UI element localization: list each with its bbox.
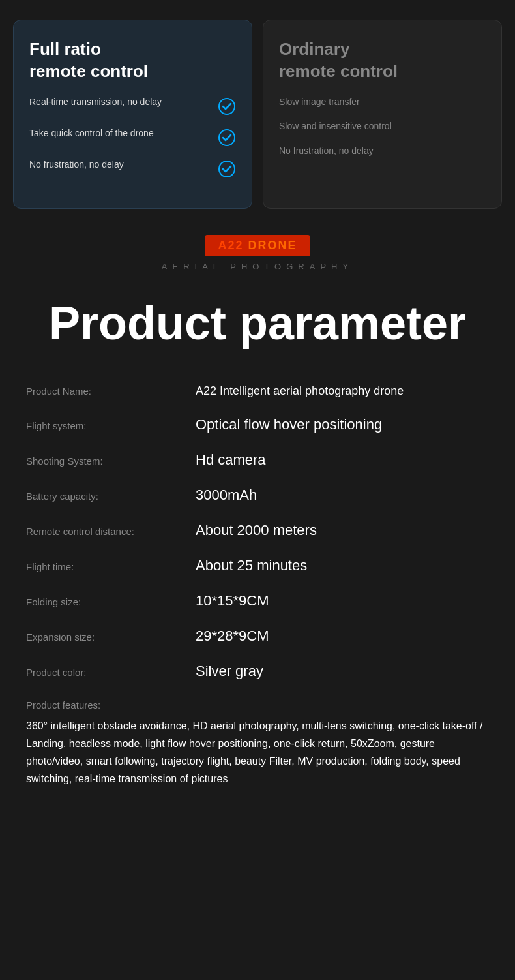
brand-section: A22 DRONE AERIAL PHOTOGRAPHY <box>13 235 502 271</box>
param-value-expansion: 29*28*9CM <box>196 628 269 645</box>
svg-point-1 <box>219 130 235 145</box>
ordinary-text-1: Slow image transfer <box>279 96 486 109</box>
param-row-battery: Battery capacity: 3000mAh <box>26 478 489 513</box>
check-icon-2 <box>218 129 236 147</box>
param-label-flight: Flight system: <box>26 420 196 431</box>
page-wrapper: Full ratioremote control Real-time trans… <box>0 0 515 818</box>
param-label-expansion: Expansion size: <box>26 632 196 643</box>
param-label-battery: Battery capacity: <box>26 491 196 502</box>
param-features-label: Product features: <box>26 699 489 711</box>
ordinary-card: Ordinaryremote control Slow image transf… <box>263 20 502 209</box>
feature-item-1: Real-time transmission, no delay <box>29 96 236 115</box>
ordinary-text-3: No frustration, no delay <box>279 145 486 158</box>
param-value-folding: 10*15*9CM <box>196 592 269 609</box>
param-row-expansion: Expansion size: 29*28*9CM <box>26 619 489 654</box>
ordinary-feature-3: No frustration, no delay <box>279 145 486 158</box>
param-value-name: A22 Intelligent aerial photography drone <box>196 384 404 398</box>
ordinary-feature-2: Slow and insensitive control <box>279 120 486 133</box>
full-ratio-title: Full ratioremote control <box>29 38 236 83</box>
ordinary-text-2: Slow and insensitive control <box>279 120 486 133</box>
feature-text-1: Real-time transmission, no delay <box>29 96 213 109</box>
feature-text-3: No frustration, no delay <box>29 159 213 172</box>
feature-item-2: Take quick control of the drone <box>29 127 236 147</box>
product-parameter-section: Product parameter Product Name: A22 Inte… <box>13 291 502 805</box>
comparison-section: Full ratioremote control Real-time trans… <box>13 20 502 209</box>
param-features-text: 360° intelligent obstacle avoidance, HD … <box>26 717 489 788</box>
param-value-flight: Optical flow hover positioning <box>196 416 382 433</box>
param-value-color: Silver gray <box>196 663 263 680</box>
param-row-flight-time: Flight time: About 25 minutes <box>26 548 489 583</box>
param-row-shooting: Shooting System: Hd camera <box>26 442 489 478</box>
param-value-remote: About 2000 meters <box>196 522 317 539</box>
param-row-flight: Flight system: Optical flow hover positi… <box>26 407 489 442</box>
check-icon-3 <box>218 160 236 178</box>
param-value-shooting: Hd camera <box>196 452 266 468</box>
full-ratio-card: Full ratioremote control Real-time trans… <box>13 20 252 209</box>
brand-logo: A22 DRONE <box>205 235 310 256</box>
feature-item-3: No frustration, no delay <box>29 159 236 178</box>
param-features-section: Product features: 360° intelligent obsta… <box>26 689 489 799</box>
brand-logo-drone: DRONE <box>248 239 297 252</box>
brand-subtitle: AERIAL PHOTOGRAPHY <box>162 262 353 271</box>
param-value-battery: 3000mAh <box>196 487 257 504</box>
param-label-color: Product color: <box>26 667 196 678</box>
param-label-shooting: Shooting System: <box>26 455 196 467</box>
param-row-folding: Folding size: 10*15*9CM <box>26 583 489 619</box>
svg-point-0 <box>219 99 235 114</box>
param-label-name: Product Name: <box>26 386 196 397</box>
param-value-flight-time: About 25 minutes <box>196 557 307 574</box>
brand-logo-a22: A22 <box>218 239 248 252</box>
param-row-color: Product color: Silver gray <box>26 654 489 689</box>
param-label-folding: Folding size: <box>26 596 196 607</box>
ordinary-title: Ordinaryremote control <box>279 38 486 83</box>
param-table: Product Name: A22 Intelligent aerial pho… <box>26 375 489 799</box>
svg-point-2 <box>219 161 235 177</box>
param-label-flight-time: Flight time: <box>26 561 196 572</box>
check-icon-1 <box>218 97 236 115</box>
param-row-name: Product Name: A22 Intelligent aerial pho… <box>26 375 489 407</box>
section-title: Product parameter <box>26 298 489 349</box>
param-row-remote: Remote control distance: About 2000 mete… <box>26 513 489 548</box>
ordinary-feature-1: Slow image transfer <box>279 96 486 109</box>
feature-text-2: Take quick control of the drone <box>29 127 213 140</box>
param-label-remote: Remote control distance: <box>26 526 196 537</box>
